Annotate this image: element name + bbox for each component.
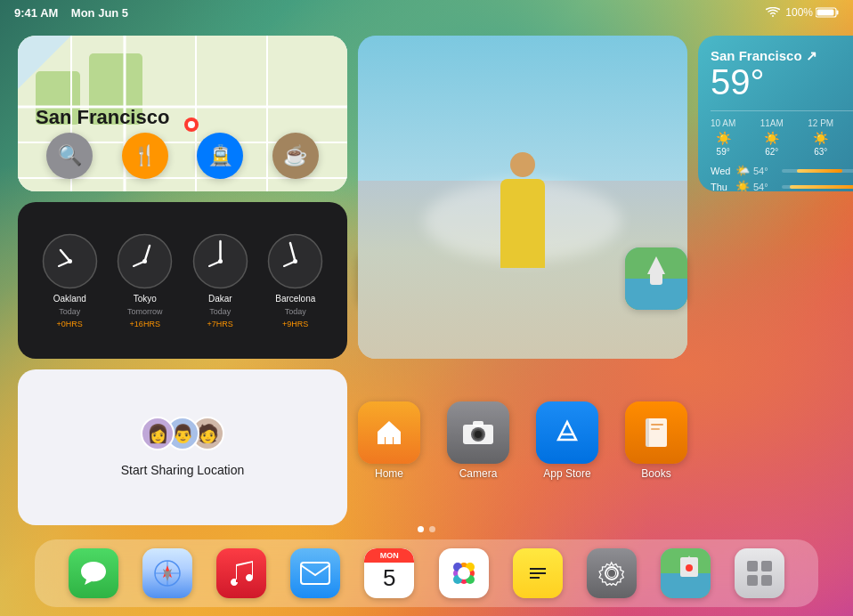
multitask-icon[interactable] (735, 548, 784, 598)
clock-dakar: Dakar Today +7HRS (191, 232, 249, 328)
svg-point-27 (218, 259, 223, 263)
svg-point-31 (293, 259, 297, 263)
weather-header: San Francisco ↗ 59° Partly Cloudy H:66° … (711, 48, 853, 107)
app-appstore[interactable]: App Store (536, 401, 598, 480)
clock-widget[interactable]: Oakland Today +0HRS Tokyo Tomorrow +16HR… (18, 202, 347, 358)
music-icon[interactable] (216, 548, 266, 598)
svg-point-15 (188, 121, 195, 128)
clock-oakland: Oakland Today +0HRS (41, 232, 99, 328)
clock-city-dakar: Dakar (208, 294, 232, 304)
clock-day-tokyo: Tomorrow (127, 307, 163, 316)
clock-day-oakland: Today (59, 307, 80, 316)
battery-icon (816, 7, 839, 18)
dock-maps-icon[interactable] (661, 548, 711, 598)
svg-point-66 (458, 567, 470, 580)
svg-rect-79 (747, 561, 758, 571)
page-dot-1[interactable] (418, 526, 424, 532)
photos-icon[interactable] (439, 548, 489, 598)
battery-percent: 100% (785, 6, 813, 19)
svg-rect-39 (650, 272, 662, 285)
dock-multitask[interactable] (735, 548, 784, 598)
clock-hrs-tokyo: +16HRS (130, 320, 160, 328)
home-icon[interactable] (358, 401, 420, 464)
map-food-btn[interactable]: 🍴 (122, 133, 168, 179)
maps-app-symbol (625, 247, 687, 310)
map-transit-btn[interactable]: 🚊 (197, 133, 243, 179)
hour-12pm: 12 PM ☀️ 63° (808, 118, 833, 157)
svg-rect-41 (386, 437, 393, 444)
dock-mail[interactable] (290, 548, 340, 598)
dock-messages[interactable] (69, 548, 118, 598)
person (500, 152, 545, 268)
calendar-month: MON (364, 548, 414, 563)
camera-label: Camera (459, 467, 498, 480)
battery-display: 100% (785, 6, 839, 19)
map-cafe-btn[interactable]: ☕ (272, 133, 319, 179)
weather-hourly: 10 AM ☀️ 59° 11AM ☀️ 62° 12 PM ☀️ 63° 1P… (711, 110, 853, 157)
svg-rect-46 (473, 421, 483, 426)
notes-icon[interactable] (513, 548, 563, 598)
dock-settings[interactable] (587, 548, 637, 598)
weather-widget[interactable]: San Francisco ↗ 59° Partly Cloudy H:66° … (698, 36, 853, 191)
photo-widget (358, 36, 687, 359)
books-icon[interactable] (625, 401, 687, 464)
app-home[interactable]: Home (358, 401, 420, 480)
dock-notes[interactable] (513, 548, 563, 598)
messages-symbol (79, 560, 108, 587)
svg-point-78 (686, 564, 693, 571)
clock-hrs-barcelona: +9HRS (282, 320, 308, 328)
app-camera[interactable]: Camera (447, 401, 509, 480)
status-time: 9:41 AM Mon Jun 5 (14, 6, 128, 20)
dock-safari[interactable] (142, 548, 192, 598)
dock-music[interactable] (216, 548, 266, 598)
clock-hrs-oakland: +0HRS (57, 320, 83, 328)
camera-symbol (463, 420, 493, 445)
clock-city-barcelona: Barcelona (275, 294, 315, 304)
calendar-icon[interactable]: MON 5 (364, 548, 414, 598)
page-dots (418, 526, 435, 532)
clock-face-oakland (41, 232, 99, 290)
status-bar: 9:41 AM Mon Jun 5 100% (0, 0, 853, 25)
page-dot-2[interactable] (429, 526, 435, 532)
apps-row-2: Home Camera (358, 401, 687, 480)
clock-city-oakland: Oakland (53, 294, 86, 304)
svg-rect-57 (301, 563, 329, 584)
svg-point-23 (142, 259, 147, 263)
map-action-buttons: 🔍 🍴 🚊 ☕ (18, 133, 347, 179)
dock-photos[interactable] (439, 548, 489, 598)
dock-calendar[interactable]: MON 5 (364, 548, 414, 598)
share-location-widget[interactable]: 👩 👨 🧑 Start Sharing Location (18, 369, 347, 525)
status-right: 100% (766, 6, 839, 19)
map-search-btn[interactable]: 🔍 (46, 133, 93, 179)
appstore-icon[interactable] (536, 401, 598, 464)
messages-icon[interactable] (69, 548, 118, 598)
settings-icon[interactable] (587, 548, 637, 598)
app-books[interactable]: Books (625, 401, 687, 480)
time-display: 9:41 AM (14, 6, 58, 20)
clock-face-tokyo (116, 232, 174, 290)
mail-icon[interactable] (290, 548, 340, 598)
svg-rect-80 (761, 561, 772, 571)
dock-maps-symbol (661, 548, 711, 598)
share-label: Start Sharing Location (121, 463, 245, 477)
avatar-1: 👩 (141, 417, 175, 450)
home-symbol (374, 417, 404, 448)
svg-rect-81 (747, 575, 758, 586)
dock: MON 5 (35, 539, 818, 607)
safari-icon[interactable] (142, 548, 192, 598)
clock-face-barcelona (266, 232, 324, 290)
svg-point-72 (608, 570, 615, 577)
music-symbol (229, 559, 254, 588)
svg-rect-1 (837, 11, 839, 15)
clock-hrs-dakar: +7HRS (207, 320, 233, 328)
clock-face-dakar (191, 232, 249, 290)
weather-temp: 59° (711, 64, 817, 100)
maps-widget[interactable]: San Francisco 🔍 🍴 🚊 ☕ (18, 36, 347, 191)
main-grid: San Francisco 🔍 🍴 🚊 ☕ San Francisco ↗ 59… (0, 25, 853, 536)
safari-symbol (152, 558, 183, 588)
maps-app-icon[interactable] (625, 247, 687, 310)
calendar-date: 5 (383, 564, 395, 592)
appstore-symbol (551, 417, 583, 449)
dock-maps-item[interactable] (661, 548, 711, 598)
camera-icon[interactable] (447, 401, 509, 464)
